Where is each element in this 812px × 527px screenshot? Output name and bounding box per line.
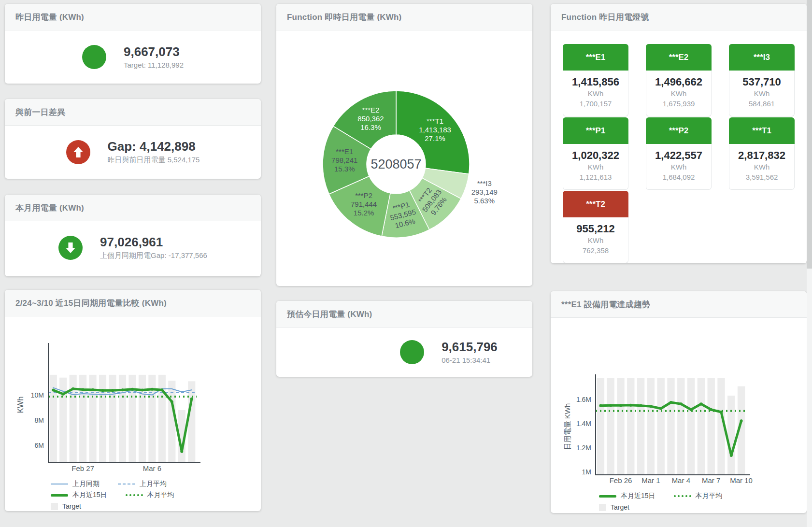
card-compare-chart: 2/24~3/10 近15日同期用電量比較 (KWh) 6M8M10MFeb 2…	[5, 290, 261, 511]
yesterday-usage-target: Target: 11,128,992	[124, 61, 184, 69]
tile-body: 1,422,557KWh1,684,092	[646, 144, 712, 190]
tile-value: 1,415,856	[563, 76, 628, 88]
card-title: ***E1 設備用電達成趨勢	[561, 299, 650, 310]
tile-status-header: ***T2	[563, 191, 628, 217]
legend-row: Target	[51, 501, 261, 511]
card-header: 2/24~3/10 近15日同期用電量比較 (KWh)	[5, 290, 261, 316]
tile-body: 1,496,662KWh1,675,939	[646, 71, 712, 116]
day-gap-value: Gap: 4,142,898	[108, 139, 200, 154]
card-trend-chart: ***E1 設備用電達成趨勢 1M1.2M1.4M1.6MFeb 26Mar 1…	[551, 291, 807, 513]
month-usage-gap: 上個月同期用電Gap: -17,377,566	[100, 251, 207, 260]
legend-swatch-square-icon	[51, 503, 58, 510]
stat-text: 9,667,073 Target: 11,128,992	[124, 44, 184, 69]
arrow-down-circle-icon	[58, 236, 83, 260]
legend-item-line[interactable]: 上月同期	[51, 480, 100, 488]
stat-text: 9,615,796 06-21 15:34:41	[442, 340, 498, 364]
legend-item-dotted[interactable]: 本月平均	[674, 492, 723, 500]
tile-body: 1,415,856KWh1,700,157	[563, 71, 628, 116]
legend-swatch-square-icon	[599, 504, 606, 511]
card-header: 與前一日差異	[5, 99, 261, 126]
legend-label: 本月近15日	[621, 492, 655, 500]
target-bars	[50, 375, 196, 463]
tile-value: 955,212	[563, 223, 628, 235]
function-tile-T1: ***T12,817,832KWh3,591,562	[729, 117, 795, 185]
vertical-scrollbar[interactable]	[807, 0, 812, 527]
y-axis-title: KWh	[16, 397, 25, 413]
down-arrow-icon	[63, 241, 78, 255]
card-title: 預估今日用電量 (KWh)	[287, 309, 372, 320]
y-tick-label: 1.6M	[576, 396, 591, 403]
tile-unit: KWh	[563, 88, 628, 99]
tile-value: 537,710	[729, 76, 794, 88]
legend-item-square[interactable]: Target	[51, 502, 81, 510]
x-tick-label: Feb 27	[71, 464, 94, 472]
legend-item-dotted[interactable]: 本月平均	[126, 491, 174, 499]
estimate-value: 9,615,796	[442, 340, 498, 355]
y-tick-label: 8M	[35, 416, 44, 424]
function-tiles-grid: ***E11,415,856KWh1,700,157***E21,496,662…	[551, 30, 807, 258]
tile-unit: KWh	[729, 162, 794, 172]
legend-row: 本月近15日本月平均	[599, 491, 807, 501]
legend-row: 上月同期上月平均	[51, 479, 261, 489]
legend-item-thick[interactable]: 本月近15日	[51, 491, 107, 499]
legend-label: Target	[62, 502, 81, 510]
function-tile-T2: ***T2955,212KWh762,358	[563, 191, 628, 258]
card-header: Function 即時日用電量 (KWh)	[276, 4, 532, 30]
tile-status-header: ***P2	[646, 117, 712, 144]
function-tile-E1: ***E11,415,856KWh1,700,157	[563, 44, 628, 112]
tile-unit: KWh	[646, 88, 711, 99]
tile-value: 1,496,662	[646, 76, 711, 88]
estimate-timestamp: 06-21 15:34:41	[442, 356, 498, 364]
tile-body: 1,020,322KWh1,121,613	[563, 144, 628, 190]
card-title: 昨日用電量 (KWh)	[15, 12, 84, 23]
trend-chart-svg: 1M1.2M1.4M1.6MFeb 26Mar 1Mar 4Mar 7Mar 1…	[551, 318, 807, 486]
legend-swatch-dashed-icon	[118, 484, 135, 484]
tile-body: 955,212KWh762,358	[563, 217, 628, 263]
legend-label: 上月平均	[140, 480, 167, 488]
scrollbar-thumb[interactable]	[807, 0, 812, 269]
tile-status-header: ***E2	[646, 44, 712, 71]
card-title: 2/24~3/10 近15日同期用電量比較 (KWh)	[15, 298, 167, 309]
tile-unit: KWh	[563, 235, 628, 245]
stat-row: 97,026,961 上個月同期用電Gap: -17,377,566	[5, 221, 261, 274]
legend-label: Target	[611, 503, 629, 511]
legend-row: 本月近15日本月平均	[51, 490, 261, 500]
stat-row: Gap: 4,142,898 昨日與前日用電量 5,524,175	[5, 126, 261, 178]
tile-status-header: ***P1	[563, 117, 628, 144]
x-tick-label: Mar 1	[641, 476, 660, 484]
tile-value: 2,817,832	[729, 149, 794, 162]
day-gap-subtext: 昨日與前日用電量 5,524,175	[108, 156, 200, 165]
card-title: Function 即時日用電量 (KWh)	[287, 12, 401, 23]
legend-item-square[interactable]: Target	[599, 503, 629, 511]
card-header: 本月用電量 (KWh)	[5, 195, 261, 221]
legend-swatch-line-icon	[51, 484, 68, 484]
function-tile-E2: ***E21,496,662KWh1,675,939	[646, 44, 712, 112]
legend-item-dashed[interactable]: 上月平均	[118, 480, 167, 488]
legend-label: 本月平均	[147, 491, 174, 499]
trend-chart-legend: 本月近15日本月平均Target	[551, 491, 807, 513]
status-circle-icon	[82, 45, 106, 69]
up-arrow-icon	[71, 145, 85, 159]
legend-swatch-dotted-icon	[674, 495, 691, 497]
legend-label: 本月近15日	[72, 491, 107, 499]
tile-target: 1,700,157	[563, 99, 628, 109]
card-header: ***E1 設備用電達成趨勢	[551, 291, 807, 318]
tile-unit: KWh	[563, 162, 628, 172]
x-tick-label: Mar 6	[143, 464, 161, 472]
target-bars	[597, 378, 745, 475]
legend-label: 上月同期	[72, 480, 100, 488]
compare-chart-svg: 6M8M10MFeb 27Mar 6KWh	[5, 316, 261, 474]
stat-text: 97,026,961 上個月同期用電Gap: -17,377,566	[100, 235, 207, 260]
card-header: 預估今日用電量 (KWh)	[276, 301, 532, 328]
yesterday-usage-value: 9,667,073	[124, 44, 184, 59]
donut-label-I3: ***I3293,1495.63%	[471, 179, 498, 205]
tile-body: 537,710KWh584,861	[729, 71, 795, 116]
tile-status-header: ***I3	[729, 44, 795, 71]
y-tick-label: 10M	[31, 391, 44, 399]
tile-unit: KWh	[646, 162, 711, 172]
function-tile-I3: ***I3537,710KWh584,861	[729, 44, 795, 112]
card-title: 本月用電量 (KWh)	[15, 202, 84, 214]
tile-body: 2,817,832KWh3,591,562	[729, 144, 795, 190]
legend-item-thick[interactable]: 本月近15日	[599, 492, 655, 500]
tile-target: 1,121,613	[563, 172, 628, 182]
